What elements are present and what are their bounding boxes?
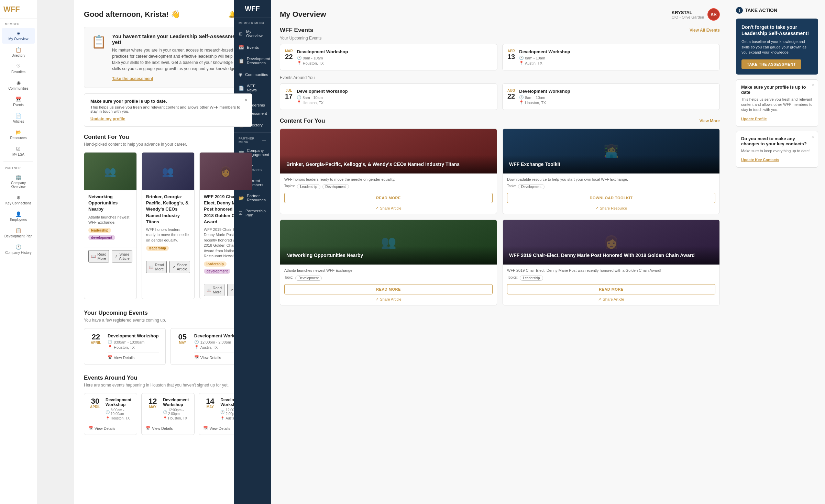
events-around-section: Events Around You Here are some events h… bbox=[84, 374, 252, 435]
take-assessment-action-button[interactable]: TAKE THE ASSESSMENT bbox=[741, 59, 801, 69]
card-title: Networking Opportunities Nearby bbox=[88, 194, 132, 213]
read-more-button[interactable]: READ MORE bbox=[507, 284, 715, 294]
topic-tag[interactable]: Development bbox=[518, 184, 544, 189]
card-image-brinker: 👥 bbox=[142, 153, 194, 190]
assessment-title: You haven't taken your Leadership Self-A… bbox=[112, 33, 245, 45]
share-icon: ↗ bbox=[230, 288, 233, 292]
dev-resources-icon: 📋 bbox=[239, 58, 244, 64]
profile-action-text: This helps us serve you fresh and releva… bbox=[741, 97, 813, 113]
update-contacts-action-link[interactable]: Update Key Contacts bbox=[741, 158, 779, 162]
right-card-golden-chain: WFF 2019 Chair-Elect, Denny Marie Post H… bbox=[503, 220, 720, 305]
card-desc: WFF honors leaders ready to move the nee… bbox=[284, 177, 493, 182]
favorites-icon: ♡ bbox=[16, 64, 21, 69]
sidebar-item-company-overview[interactable]: 🏢 Company Overview bbox=[2, 172, 35, 191]
middle-nav-events[interactable]: 📅 Events bbox=[234, 41, 271, 53]
middle-nav-overview[interactable]: ⊞ My Overview bbox=[234, 26, 271, 41]
middle-nav-partnership-plan[interactable]: ☑ Partnership Plan bbox=[234, 205, 271, 221]
take-assessment-link[interactable]: Take the assessment bbox=[112, 76, 153, 81]
share-article-button[interactable]: ↗ Share Article bbox=[112, 250, 132, 262]
view-details-button[interactable]: 📅 View Details bbox=[146, 426, 190, 430]
view-details-button[interactable]: 📅 View Details bbox=[108, 355, 159, 360]
topic-tag[interactable]: Leadership bbox=[520, 276, 543, 281]
sidebar-item-directory[interactable]: 📋 Directory bbox=[2, 44, 35, 60]
share-article-link[interactable]: ↗ Share Article bbox=[284, 297, 493, 302]
download-toolkit-button[interactable]: DOWNLOAD TOOLKIT bbox=[507, 193, 715, 203]
card-desc: WFF 2019 Chair-Elect, Denny Marie Post w… bbox=[507, 268, 715, 273]
topic-tag-leadership[interactable]: leadership bbox=[88, 228, 111, 233]
nav-label: Communities bbox=[245, 72, 268, 77]
middle-logo: WFF bbox=[234, 0, 271, 18]
overview-icon: ⊞ bbox=[16, 31, 21, 36]
overview-avatar[interactable]: KR bbox=[707, 8, 720, 21]
collapse-icon[interactable]: — bbox=[262, 138, 266, 143]
overview-header: My Overview KRYSTAL CIO - Olive Garden K… bbox=[280, 8, 720, 21]
middle-divider bbox=[234, 132, 271, 133]
topic-tag-leadership[interactable]: leadership bbox=[146, 246, 169, 251]
sidebar-item-my-lsa[interactable]: ☑ My LSA bbox=[2, 143, 35, 159]
sidebar-item-company-history[interactable]: 🕐 Company History bbox=[2, 242, 35, 257]
read-more-button[interactable]: READ MORE bbox=[284, 284, 493, 294]
content-section-title: Content For You bbox=[84, 134, 252, 141]
right-content-header: Content For You View More bbox=[280, 117, 720, 124]
topic-tag[interactable]: Leadership bbox=[297, 184, 320, 189]
event-info: Development Workshop 🕐 8:00am - 10:00am … bbox=[106, 397, 133, 420]
topic-tag-development[interactable]: development bbox=[204, 269, 231, 274]
share-article-button[interactable]: ↗ Share Article bbox=[169, 261, 190, 273]
middle-nav-communities[interactable]: ◉ Communities bbox=[234, 68, 271, 80]
update-profile-action-link[interactable]: Update Profile bbox=[741, 117, 767, 121]
read-more-button[interactable]: 📖 Read More bbox=[204, 284, 224, 296]
view-all-events-link[interactable]: View All Events bbox=[690, 28, 720, 33]
events-around-row: JUL 17 Development Workshop 🕐 8am - 10am… bbox=[280, 83, 720, 110]
middle-logo-text: WFF bbox=[245, 5, 260, 12]
share-article-link[interactable]: ↗ Share Article bbox=[284, 206, 493, 210]
close-icon[interactable]: × bbox=[812, 82, 814, 88]
sidebar-item-articles[interactable]: 📄 Articles bbox=[2, 110, 35, 126]
sidebar-item-favorites[interactable]: ♡ Favorites bbox=[2, 61, 35, 77]
share-resource-link[interactable]: ↗ Share Resource bbox=[507, 206, 715, 210]
resources-icon: 📂 bbox=[15, 130, 21, 135]
share-article-link[interactable]: ↗ Share Article bbox=[507, 297, 715, 302]
read-more-button[interactable]: READ MORE bbox=[284, 193, 493, 203]
read-more-button[interactable]: 📖 Read More bbox=[146, 261, 167, 273]
topic-tag[interactable]: Development bbox=[322, 184, 349, 189]
update-profile-link[interactable]: Update my profile bbox=[90, 116, 125, 121]
read-more-button[interactable]: 📖 Read More bbox=[88, 250, 109, 262]
sidebar-item-key-connections[interactable]: ⊕ Key Connections bbox=[2, 192, 35, 208]
plan-icon: 📋 bbox=[15, 228, 21, 233]
partner-res-icon: 📂 bbox=[239, 195, 244, 201]
middle-member-label: MEMBER MENU bbox=[234, 18, 271, 26]
view-details-button[interactable]: 📅 View Details bbox=[88, 426, 133, 430]
event-around-card-1: 30 APRIL Development Workshop 🕐 8:00am -… bbox=[84, 393, 137, 435]
close-icon[interactable]: × bbox=[244, 97, 248, 103]
middle-nav-dev-resources[interactable]: 📋 Development Resources bbox=[234, 53, 271, 68]
event-location: 📍 Houston, TX bbox=[106, 416, 133, 420]
nav-label: Partnership Plan bbox=[245, 209, 266, 217]
right-content-section: Content For You View More Brinker, Georg… bbox=[280, 117, 720, 305]
sidebar-item-resources[interactable]: 📂 Resources bbox=[2, 127, 35, 143]
wff-event-block-2: APR 13 Development Workshop 🕐 8am - 10am… bbox=[502, 44, 720, 70]
clipboard-icon: 📋 bbox=[91, 35, 107, 49]
event-date: 05 MAY bbox=[176, 333, 189, 345]
location-icon: 📍 bbox=[220, 416, 224, 420]
view-more-link[interactable]: View More bbox=[700, 119, 720, 123]
sidebar-item-events[interactable]: 📅 Events bbox=[2, 94, 35, 110]
sidebar-item-my-overview[interactable]: ⊞ My Overview bbox=[2, 28, 35, 44]
sidebar-item-development-plan[interactable]: 📋 Development Plan bbox=[2, 225, 35, 241]
event-name: Development Workshop bbox=[297, 89, 348, 94]
topic-tag-development[interactable]: development bbox=[88, 235, 115, 240]
sidebar-item-communities[interactable]: ◉ Communities bbox=[2, 77, 35, 93]
topic-tag[interactable]: Development bbox=[295, 276, 322, 281]
partner-section-label: PARTNER bbox=[0, 164, 37, 171]
topic-tag-leadership[interactable]: leadership bbox=[204, 261, 227, 267]
events-around-subtitle: Here are some events happening in Housto… bbox=[84, 383, 252, 388]
card-body: WFF 2019 Chair-Elect, Denny Marie Post w… bbox=[503, 265, 719, 305]
close-icon[interactable]: × bbox=[812, 134, 814, 139]
sidebar: WFF MEMBER ⊞ My Overview 📋 Directory ♡ F… bbox=[0, 0, 37, 504]
middle-nav-partner-resources[interactable]: 📂 Partner Resources bbox=[234, 190, 271, 205]
page-header: Good afternoon, Krista! 👋 🔔 K bbox=[84, 8, 252, 21]
nav-label: WFF News bbox=[247, 84, 266, 92]
event-location: 📍 Houston, TX bbox=[163, 416, 190, 420]
user-name: KRYSTAL bbox=[672, 10, 704, 15]
sidebar-item-employees[interactable]: 👤 Employees bbox=[2, 209, 35, 224]
events-around-label: Events Around You bbox=[280, 75, 720, 80]
